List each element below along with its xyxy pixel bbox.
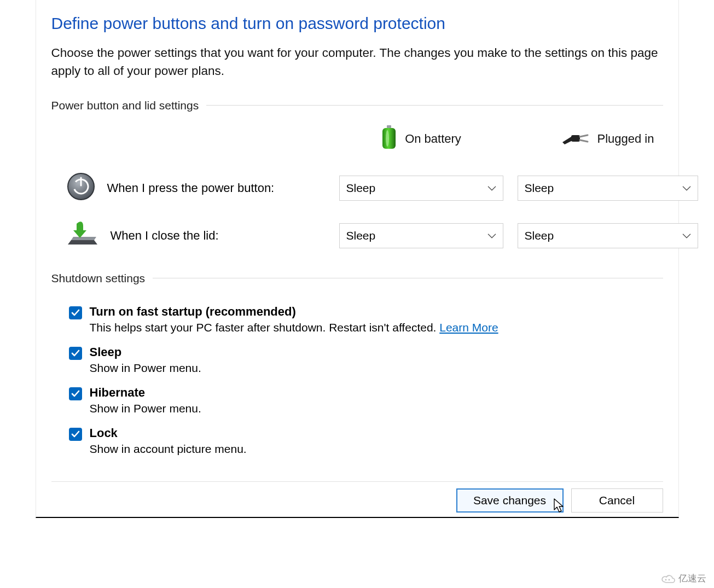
svg-rect-3 xyxy=(571,135,580,142)
chevron-down-icon xyxy=(682,181,691,194)
page-title: Define power buttons and turn on passwor… xyxy=(51,14,663,33)
section-power-button-lid: Power button and lid settings xyxy=(51,99,663,112)
chevron-down-icon xyxy=(487,181,496,194)
column-plugged-in: Plugged in xyxy=(518,129,698,149)
cancel-button[interactable]: Cancel xyxy=(571,488,663,513)
option-title: Turn on fast startup (recommended) xyxy=(90,305,498,319)
chevron-down-icon xyxy=(682,228,691,241)
learn-more-link[interactable]: Learn More xyxy=(439,321,498,334)
watermark: 亿速云 xyxy=(658,571,710,586)
option-desc: Show in Power menu. xyxy=(90,362,201,375)
option-title: Sleep xyxy=(90,345,201,359)
power-options-panel: Define power buttons and turn on passwor… xyxy=(36,0,679,518)
row-close-lid: When I close the lid: Sleep Sleep xyxy=(51,222,663,250)
power-button-icon xyxy=(67,172,95,204)
checkbox-lock[interactable] xyxy=(69,428,82,441)
section-heading: Shutdown settings xyxy=(51,272,146,285)
svg-point-2 xyxy=(386,130,389,147)
plug-icon xyxy=(561,129,590,149)
cloud-icon xyxy=(661,573,675,584)
option-desc: This helps start your PC faster after sh… xyxy=(90,321,498,334)
lid-battery-select[interactable]: Sleep xyxy=(339,223,503,248)
option-hibernate: Hibernate Show in Power menu. xyxy=(51,386,663,415)
svg-point-9 xyxy=(665,579,667,580)
columns-header-row: On battery Plugged in xyxy=(51,125,663,153)
column-on-battery: On battery xyxy=(339,125,503,153)
section-shutdown-settings: Shutdown settings xyxy=(51,272,663,285)
chevron-down-icon xyxy=(487,228,496,241)
power-button-plugged-select[interactable]: Sleep xyxy=(518,176,698,201)
checkbox-hibernate[interactable] xyxy=(69,387,82,400)
divider xyxy=(153,278,663,278)
lid-icon xyxy=(67,222,98,250)
svg-rect-0 xyxy=(387,125,391,128)
page-subtitle: Choose the power settings that you want … xyxy=(51,44,663,80)
option-desc: Show in Power menu. xyxy=(90,402,201,415)
lid-plugged-select[interactable]: Sleep xyxy=(518,223,698,248)
option-fast-startup: Turn on fast startup (recommended) This … xyxy=(51,305,663,334)
column-label: Plugged in xyxy=(597,132,654,146)
column-label: On battery xyxy=(405,132,461,146)
cursor-icon xyxy=(554,498,566,516)
svg-point-10 xyxy=(669,579,670,580)
checkbox-sleep[interactable] xyxy=(69,347,82,360)
battery-icon xyxy=(381,125,397,153)
setting-label: When I close the lid: xyxy=(51,222,325,250)
option-title: Hibernate xyxy=(90,386,201,400)
svg-line-5 xyxy=(580,140,588,142)
power-button-battery-select[interactable]: Sleep xyxy=(339,176,503,201)
option-lock: Lock Show in account picture menu. xyxy=(51,426,663,456)
divider xyxy=(206,105,663,106)
option-desc: Show in account picture menu. xyxy=(90,443,247,456)
setting-label: When I press the power button: xyxy=(51,172,325,204)
option-title: Lock xyxy=(90,426,247,440)
svg-line-4 xyxy=(580,135,588,137)
save-changes-button[interactable]: Save changes xyxy=(456,488,564,513)
footer-buttons: Save changes Cancel xyxy=(51,481,663,517)
section-heading: Power button and lid settings xyxy=(51,99,199,112)
row-power-button: When I press the power button: Sleep Sle… xyxy=(51,172,663,204)
checkbox-fast-startup[interactable] xyxy=(69,306,82,319)
option-sleep: Sleep Show in Power menu. xyxy=(51,345,663,375)
